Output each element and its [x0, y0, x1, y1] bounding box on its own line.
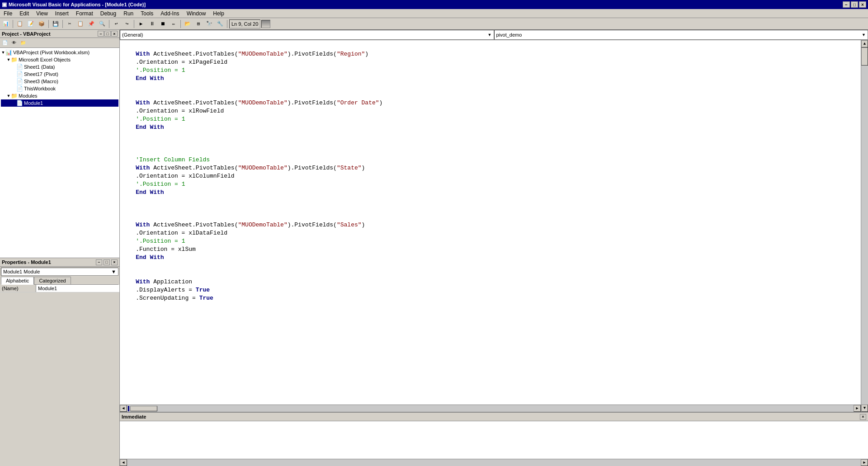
- project-close-btn[interactable]: ×: [111, 31, 118, 37]
- toolbar-sep-5: [134, 20, 134, 28]
- toolbar-projectexplorer[interactable]: 📂: [183, 19, 193, 29]
- close-button[interactable]: ×: [859, 1, 866, 8]
- tree-vbaproject[interactable]: ▼ 📊 VBAProject (Pivot Workbook.xlsm): [1, 49, 118, 56]
- tree-thisworkbook[interactable]: 📄 ThisWorkbook: [1, 85, 118, 92]
- code-dropdown-right-arrow[interactable]: ▼: [862, 33, 866, 37]
- expand-icon[interactable]: ▼: [6, 57, 11, 62]
- immediate-header-controls[interactable]: ×: [860, 414, 866, 420]
- tree-sheet1[interactable]: 📄 Sheet1 (Data): [1, 63, 118, 71]
- menu-window[interactable]: Window: [183, 9, 210, 18]
- toolbar-copy[interactable]: 📋: [75, 19, 85, 29]
- toolbar-properties[interactable]: ⊞: [193, 19, 203, 29]
- immediate-scroll-h-left[interactable]: ◄: [120, 459, 127, 466]
- toolbar-insert-userform[interactable]: 📋: [15, 19, 25, 29]
- properties-minimize-btn[interactable]: −: [96, 259, 102, 265]
- tree-modules[interactable]: ▼ 📁 Modules: [1, 92, 118, 99]
- code-scroll-thumb[interactable]: [861, 47, 868, 66]
- code-scroll-h[interactable]: ◄ ►: [120, 405, 861, 412]
- code-panel: (General) ▼ pivot_demo ▼ With ActiveShee…: [120, 30, 868, 466]
- toolbar-view-editor[interactable]: 📊: [1, 19, 11, 29]
- menu-addins[interactable]: Add-Ins: [157, 9, 183, 18]
- project-header-controls[interactable]: − □ ×: [98, 31, 118, 37]
- code-area[interactable]: With ActiveSheet.PivotTables("MUODemoTab…: [120, 40, 861, 405]
- toolbar-sep-2: [48, 20, 49, 28]
- code-scroll-track[interactable]: [861, 47, 868, 405]
- code-scroll-h-right[interactable]: ►: [854, 405, 861, 412]
- toolbar-paste[interactable]: 📌: [86, 19, 96, 29]
- expand-icon[interactable]: ▼: [6, 94, 11, 98]
- menu-format[interactable]: Format: [72, 9, 97, 18]
- tab-alphabetic[interactable]: Alphabetic: [1, 277, 34, 285]
- toolbar-insert-module[interactable]: 📝: [26, 19, 36, 29]
- expand-icon[interactable]: ▼: [1, 50, 5, 55]
- immediate-scroll-h[interactable]: ◄ ►: [120, 459, 868, 466]
- toolbar-redo[interactable]: ↪: [122, 19, 132, 29]
- code-dropdown-left-value: (General): [122, 32, 143, 38]
- code-scroll-v-down[interactable]: ▼: [861, 405, 868, 412]
- tree-excel-objects[interactable]: ▼ 📁 Microsoft Excel Objects: [1, 56, 118, 63]
- proj-toggle-folders[interactable]: 📁: [19, 39, 27, 47]
- tree-sheet3[interactable]: 📄 Sheet3 (Macro): [1, 78, 118, 85]
- menu-view[interactable]: View: [33, 9, 52, 18]
- toolbar-undo[interactable]: ↩: [111, 19, 121, 29]
- properties-panel: Properties - Module1 − □ × Module1 Modul…: [0, 258, 119, 466]
- code-dropdown-right[interactable]: pivot_demo ▼: [494, 30, 868, 40]
- toolbar-cut[interactable]: ✂: [65, 19, 75, 29]
- properties-close-btn[interactable]: ×: [111, 259, 118, 265]
- proj-view-object[interactable]: 👁: [10, 39, 18, 47]
- properties-dropdown-arrow[interactable]: ▼: [111, 269, 116, 274]
- menu-debug[interactable]: Debug: [97, 9, 120, 18]
- tree-module1[interactable]: 📄 Module1: [1, 99, 118, 107]
- code-scroll-h-left[interactable]: ◄: [120, 405, 127, 412]
- menu-help[interactable]: Help: [209, 9, 228, 18]
- properties-tabs: Alphabetic Categorized: [1, 277, 118, 285]
- menu-tools[interactable]: Tools: [137, 9, 157, 18]
- menu-file[interactable]: File: [0, 9, 16, 18]
- immediate-header: Immediate ×: [120, 413, 868, 421]
- properties-dropdown-value: Module1 Module: [3, 269, 40, 274]
- code-dropdown-left-arrow[interactable]: ▼: [488, 33, 492, 37]
- prop-name-value[interactable]: Module1: [36, 285, 119, 292]
- menu-run[interactable]: Run: [120, 9, 137, 18]
- toolbar-sep-1: [13, 20, 13, 28]
- toolbar-run[interactable]: ▶: [136, 19, 146, 29]
- ln-col-display: Ln 9, Col 20: [229, 19, 260, 28]
- code-scroll-v[interactable]: ▲ ▼: [861, 40, 868, 412]
- tab-categorized[interactable]: Categorized: [34, 277, 71, 284]
- properties-maximize-btn[interactable]: □: [104, 259, 110, 265]
- code-scroll-v-up[interactable]: ▲: [861, 40, 868, 47]
- project-toolbar: 📄 👁 📁: [0, 38, 119, 48]
- properties-title: Properties - Module1: [2, 259, 51, 265]
- immediate-close-btn[interactable]: ×: [860, 414, 866, 420]
- minimize-button[interactable]: −: [843, 1, 850, 8]
- toolbar-design[interactable]: ✏: [169, 19, 179, 29]
- toolbar-break[interactable]: ⏸: [147, 19, 157, 29]
- immediate-content[interactable]: [120, 421, 868, 459]
- project-panel: Project - VBAProject − □ × 📄 👁 📁 ▼ 📊: [0, 30, 119, 258]
- toolbar-sep-4: [109, 20, 109, 28]
- project-maximize-btn[interactable]: □: [104, 31, 111, 37]
- maximize-button[interactable]: □: [851, 1, 858, 8]
- title-left: ▣ Microsoft Visual Basic for Application…: [2, 1, 146, 8]
- project-tree: ▼ 📊 VBAProject (Pivot Workbook.xlsm) ▼ 📁…: [0, 48, 119, 258]
- immediate-scroll-h-right[interactable]: ►: [861, 459, 868, 466]
- toolbar-toolbox[interactable]: 🔧: [215, 19, 225, 29]
- code-header: (General) ▼ pivot_demo ▼: [120, 30, 868, 40]
- menu-insert[interactable]: Insert: [52, 9, 72, 18]
- properties-dropdown[interactable]: Module1 Module ▼: [1, 268, 118, 276]
- title-controls[interactable]: − □ ×: [843, 1, 866, 8]
- toolbar-find[interactable]: 🔍: [97, 19, 107, 29]
- tree-sheet17[interactable]: 📄 Sheet17 (Pivot): [1, 71, 118, 78]
- project-minimize-btn[interactable]: −: [98, 31, 104, 37]
- toolbar-reset[interactable]: ⏹: [158, 19, 168, 29]
- menu-edit[interactable]: Edit: [16, 9, 33, 18]
- code-dropdown-left[interactable]: (General) ▼: [120, 30, 494, 40]
- proj-view-code[interactable]: 📄: [1, 39, 9, 47]
- toolbar-sep-6: [180, 20, 181, 28]
- toolbar-save[interactable]: 💾: [51, 19, 61, 29]
- toolbar-objectbrowser[interactable]: 🔭: [204, 19, 214, 29]
- toolbar-insert-classmodule[interactable]: 📦: [37, 19, 47, 29]
- properties-header-controls[interactable]: − □ ×: [96, 259, 118, 265]
- window-title: Microsoft Visual Basic for Applications …: [9, 2, 146, 7]
- code-content: With ActiveSheet.PivotTables("MUODemoTab…: [120, 40, 861, 412]
